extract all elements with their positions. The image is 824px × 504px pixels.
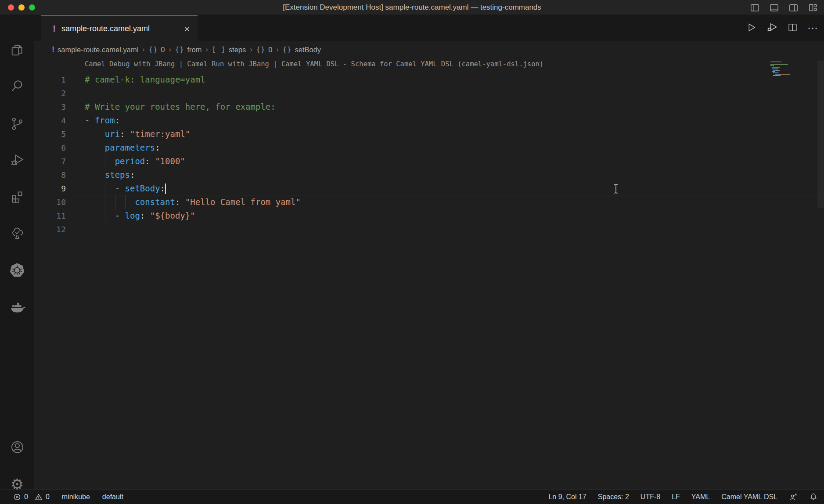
code-line-5[interactable]: 5 uri: "timer:yaml" bbox=[34, 127, 824, 141]
line-number[interactable]: 11 bbox=[34, 209, 66, 223]
toggle-secondary-sidebar-icon[interactable] bbox=[788, 3, 799, 13]
close-window-button[interactable] bbox=[8, 4, 14, 11]
scrollbar[interactable] bbox=[817, 61, 824, 208]
customize-layout-icon[interactable] bbox=[808, 3, 818, 13]
code-line-6[interactable]: 6 parameters: bbox=[34, 141, 824, 155]
explorer-icon[interactable] bbox=[0, 39, 34, 61]
kube-context[interactable]: minikube bbox=[62, 493, 90, 501]
accounts-icon[interactable] bbox=[0, 436, 34, 458]
feedback-icon[interactable] bbox=[789, 493, 798, 501]
breadcrumb-label: steps bbox=[229, 46, 246, 54]
code-text: - log: "${body}" bbox=[85, 209, 195, 223]
editor[interactable]: Camel Debug with JBang | Camel Run with … bbox=[34, 58, 824, 490]
symbol-icon: {} bbox=[149, 46, 158, 54]
minimap-line bbox=[777, 68, 778, 69]
code-line-10[interactable]: 10 constant: "Hello Camel from yaml" bbox=[34, 195, 824, 209]
code-text: parameters: bbox=[85, 141, 160, 155]
breadcrumb-label: 0 bbox=[268, 46, 272, 54]
indentation[interactable]: Spaces: 2 bbox=[598, 493, 629, 501]
toggle-panel-icon[interactable] bbox=[769, 3, 779, 13]
status-bar: 0 0 minikube default Ln 9, Col 17 Spaces… bbox=[0, 490, 824, 504]
current-line-highlight bbox=[72, 182, 817, 195]
line-number[interactable]: 1 bbox=[34, 73, 66, 86]
code-line-12[interactable]: 12 bbox=[34, 223, 824, 236]
yaml-warning-icon: ! bbox=[53, 23, 56, 34]
breadcrumb-item-steps[interactable]: [ ]steps bbox=[212, 46, 246, 54]
minimap[interactable] bbox=[770, 61, 823, 83]
codelens-actions[interactable]: Camel Debug with JBang | Camel Run with … bbox=[85, 60, 543, 71]
code-text: period: "1000" bbox=[85, 155, 185, 168]
code-line-2[interactable]: 2 bbox=[34, 86, 824, 100]
minimap-line bbox=[773, 65, 774, 66]
extensions-icon[interactable] bbox=[0, 185, 34, 208]
minimap-line bbox=[775, 74, 779, 75]
toggle-primary-sidebar-icon[interactable] bbox=[750, 3, 760, 13]
more-actions-icon[interactable]: ⋯ bbox=[807, 22, 819, 34]
yaml-schema[interactable]: Camel YAML DSL bbox=[721, 493, 777, 501]
close-tab-icon[interactable]: × bbox=[184, 24, 190, 33]
minimap-line bbox=[774, 72, 777, 73]
breadcrumb-item-sample-route.camel.yaml[interactable]: !sample-route.camel.yaml bbox=[52, 45, 138, 54]
breadcrumb-item-0[interactable]: {}0 bbox=[149, 46, 165, 54]
code-line-4[interactable]: 4- from: bbox=[34, 114, 824, 127]
debug-run-icon[interactable] bbox=[766, 22, 778, 35]
breadcrumb-separator: › bbox=[250, 46, 252, 54]
run-icon[interactable] bbox=[746, 22, 757, 35]
language-mode[interactable]: YAML bbox=[691, 493, 710, 501]
breadcrumb-item-from[interactable]: {}from bbox=[175, 46, 202, 54]
yaml-warning-icon: ! bbox=[52, 45, 54, 54]
code-text: - from: bbox=[85, 114, 120, 127]
eol-selector[interactable]: LF bbox=[672, 493, 680, 501]
code-text: uri: "timer:yaml" bbox=[85, 127, 190, 141]
activity-bar: ⚙ bbox=[0, 15, 34, 490]
minimap-line bbox=[772, 68, 777, 69]
breadcrumb-separator: › bbox=[206, 46, 208, 54]
line-number[interactable]: 5 bbox=[34, 127, 66, 141]
split-editor-icon[interactable] bbox=[787, 22, 798, 35]
code-line-8[interactable]: 8 steps: bbox=[34, 168, 824, 182]
breadcrumb-separator: › bbox=[142, 46, 144, 54]
tree-checkmark-icon[interactable] bbox=[0, 222, 34, 245]
zoom-window-button[interactable] bbox=[29, 4, 35, 11]
text-cursor bbox=[165, 184, 166, 194]
kubernetes-icon[interactable] bbox=[0, 258, 34, 281]
line-number[interactable]: 4 bbox=[34, 114, 66, 127]
code-line-1[interactable]: 1# camel-k: language=yaml bbox=[34, 73, 824, 86]
tab-label: sample-route.camel.yaml bbox=[61, 24, 179, 33]
line-number[interactable]: 2 bbox=[34, 86, 66, 100]
run-and-debug-icon[interactable] bbox=[0, 148, 34, 171]
code-line-3[interactable]: 3# Write your routes here, for example: bbox=[34, 100, 824, 114]
problems-indicator[interactable]: 0 0 bbox=[13, 493, 50, 501]
line-number[interactable]: 9 bbox=[34, 182, 66, 195]
breadcrumb-separator: › bbox=[169, 46, 171, 54]
breadcrumb-label: setBody bbox=[295, 46, 321, 54]
notifications-bell-icon[interactable] bbox=[809, 493, 818, 501]
mouse-ibeam-cursor bbox=[612, 184, 619, 196]
code-line-9[interactable]: 9 - setBody: bbox=[34, 182, 824, 195]
code-line-7[interactable]: 7 period: "1000" bbox=[34, 155, 824, 168]
tab-sample-route[interactable]: ! sample-route.camel.yaml × bbox=[41, 15, 198, 41]
line-number[interactable]: 8 bbox=[34, 168, 66, 182]
line-number[interactable]: 3 bbox=[34, 100, 66, 114]
minimap-line bbox=[774, 71, 775, 72]
breadcrumb-label: 0 bbox=[161, 46, 165, 54]
breadcrumb-item-0[interactable]: {}0 bbox=[256, 46, 273, 54]
docker-icon[interactable] bbox=[0, 295, 34, 317]
source-control-icon[interactable] bbox=[0, 112, 34, 135]
minimap-line bbox=[774, 67, 780, 68]
breadcrumb: !sample-route.camel.yaml›{}0›{}from›[ ]s… bbox=[34, 41, 824, 58]
code-line-11[interactable]: 11 - log: "${body}" bbox=[34, 209, 824, 223]
line-number[interactable]: 7 bbox=[34, 155, 66, 168]
breadcrumb-label: from bbox=[187, 46, 202, 54]
search-icon[interactable] bbox=[0, 75, 34, 97]
breadcrumb-item-setBody[interactable]: {}setBody bbox=[283, 46, 321, 54]
cursor-position[interactable]: Ln 9, Col 17 bbox=[548, 493, 586, 501]
line-number[interactable]: 6 bbox=[34, 141, 66, 155]
kube-namespace[interactable]: default bbox=[102, 493, 123, 501]
code-text: # Write your routes here, for example: bbox=[85, 100, 276, 114]
minimize-window-button[interactable] bbox=[18, 4, 25, 11]
minimap-line bbox=[777, 75, 781, 76]
encoding[interactable]: UTF-8 bbox=[640, 493, 660, 501]
line-number[interactable]: 10 bbox=[34, 195, 66, 209]
line-number[interactable]: 12 bbox=[34, 223, 66, 236]
